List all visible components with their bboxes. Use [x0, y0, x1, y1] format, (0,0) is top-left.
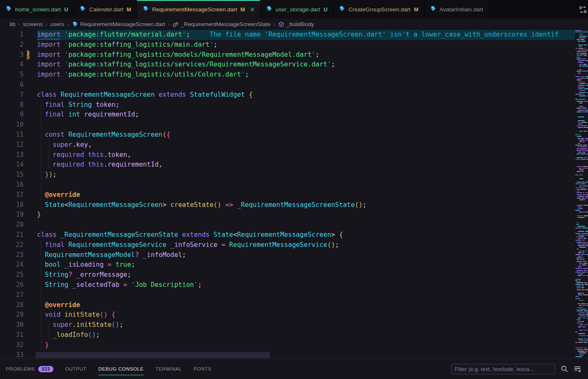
search-icon[interactable]	[561, 365, 568, 373]
gutter-line-number[interactable]: 15	[0, 170, 37, 180]
tab-label: RequirementMessageScreen.dart	[152, 6, 237, 13]
code-line[interactable]: 8 final String token;	[0, 100, 575, 110]
gutter-line-number[interactable]: 26	[0, 280, 37, 290]
gutter-line-number[interactable]: 33	[0, 350, 37, 359]
keybindings-icon[interactable]	[579, 5, 587, 16]
code-line[interactable]: 18 State<RequirementMessageScreen> creat…	[0, 200, 575, 210]
code-line[interactable]: 32 }	[0, 340, 575, 350]
close-icon[interactable]	[250, 7, 255, 12]
gutter-line-number[interactable]: 14	[0, 160, 37, 170]
code-line[interactable]: 22 final RequirementMessageService _info…	[0, 240, 575, 250]
editor-tab-home_screen-dart[interactable]: home_screen.dartU	[0, 0, 74, 19]
breadcrumb-item[interactable]: RequirementMessageScreen.dart	[72, 21, 165, 27]
editor-tab-avatarinitials-dart[interactable]: AvatarInitials.dart	[425, 0, 489, 19]
code-line[interactable]: 28 @override	[0, 300, 575, 310]
code-line[interactable]: 27	[0, 290, 575, 300]
code-line[interactable]: 10	[0, 120, 575, 130]
gutter-line-number[interactable]: 6	[0, 80, 37, 90]
gutter-line-number[interactable]: 17	[0, 190, 37, 200]
gutter-line-number[interactable]: 2	[0, 40, 37, 50]
gutter-line-number[interactable]: 9	[0, 110, 37, 120]
code-line[interactable]: 6	[0, 80, 575, 90]
gutter-line-number[interactable]: 20	[0, 220, 37, 230]
indent-guide	[41, 310, 41, 320]
minimap-error-highlight	[575, 31, 588, 33]
code-line[interactable]: 31 _loadInfo();	[0, 330, 575, 340]
debug-filter-input[interactable]	[451, 364, 555, 374]
code-line[interactable]: 16	[0, 180, 575, 190]
editor-tab-requirementmessagescreen-dart[interactable]: RequirementMessageScreen.dartM	[137, 0, 261, 19]
code-line[interactable]: 19}	[0, 210, 575, 220]
horizontal-scrollbar[interactable]	[36, 352, 270, 358]
code-line[interactable]: 26 String _selectedTab = 'Job Descriptio…	[0, 280, 575, 290]
code-line[interactable]: 17 @override	[0, 190, 575, 200]
panel-tab-output[interactable]: OUTPUT	[65, 359, 87, 379]
code-editor[interactable]: 1import 'package:flutter/material.dart';…	[0, 30, 588, 358]
code-line[interactable]: 11 const RequirementMessageScreen({	[0, 130, 575, 140]
gutter-line-number[interactable]: 23	[0, 250, 37, 260]
gutter-line-number[interactable]: 1	[0, 30, 37, 40]
gutter-line-number[interactable]: 10	[0, 120, 37, 130]
gutter-line-number[interactable]: 7	[0, 90, 37, 100]
code-line[interactable]: 5import 'package:staffing_logistics/util…	[0, 70, 575, 80]
panel-tab-ports[interactable]: PORTS	[194, 359, 211, 379]
panel-tab-terminal[interactable]: TERMINAL	[156, 359, 182, 379]
gutter-line-number[interactable]: 32	[0, 340, 37, 350]
gutter-line-number[interactable]: 4	[0, 60, 37, 70]
code-line[interactable]: 7class RequirementMessageScreen extends …	[0, 90, 575, 100]
code-line[interactable]: 23 RequirementMessageModel? _infoModel;	[0, 250, 575, 260]
gutter-line-number[interactable]: 24	[0, 260, 37, 270]
gutter-line-number[interactable]: 29	[0, 310, 37, 320]
editor-tab-creategroupscreen-dart[interactable]: CreateGroupScreen.dartM	[333, 0, 425, 19]
gutter-line-number[interactable]: 25	[0, 270, 37, 280]
gutter-line-number[interactable]: 3	[0, 50, 37, 60]
gutter-line-number[interactable]: 31	[0, 330, 37, 340]
editor-tab-calender-dart[interactable]: Calender.dartM	[74, 0, 137, 19]
code-line[interactable]: 24 bool _isLoading = true;	[0, 260, 575, 270]
code-line[interactable]: 9 final int requirementId;	[0, 110, 575, 120]
clear-console-icon[interactable]	[574, 365, 581, 373]
gutter-line-number[interactable]: 12	[0, 140, 37, 150]
gutter-line-number[interactable]: 27	[0, 290, 37, 300]
code-line[interactable]: 15 });	[0, 170, 575, 180]
gutter-line-number[interactable]: 19	[0, 210, 37, 220]
code-line[interactable]: 2import 'package:staffing_logistics/main…	[0, 40, 575, 50]
gutter-line-number[interactable]: 16	[0, 180, 37, 190]
panel-tab-label: TERMINAL	[156, 366, 182, 371]
breadcrumb-item[interactable]: lib	[10, 21, 16, 27]
gutter-line-number[interactable]: 21	[0, 230, 37, 240]
code-line[interactable]: 12 super.key,	[0, 140, 575, 150]
code-line[interactable]: 3import 'package:staffing_logistics/mode…	[0, 50, 575, 60]
panel-tab-problems[interactable]: PROBLEMS323	[6, 359, 53, 379]
gutter-line-number[interactable]: 28	[0, 300, 37, 310]
gutter-line-number[interactable]: 5	[0, 70, 37, 80]
gutter-line-number[interactable]: 30	[0, 320, 37, 330]
breadcrumb-label: users	[50, 21, 64, 27]
gutter-line-number[interactable]: 13	[0, 150, 37, 160]
code-line[interactable]: 30 super.initState();	[0, 320, 575, 330]
code-line[interactable]: 14 required this.requirementId,	[0, 160, 575, 170]
code-line[interactable]: 4import 'package:staffing_logistics/serv…	[0, 60, 575, 70]
indent-guide	[49, 330, 49, 340]
editor-tab-user_storage-dart[interactable]: user_storage.dartU	[261, 0, 333, 19]
breadcrumb-label: lib	[10, 21, 16, 27]
code-line[interactable]: 1import 'package:flutter/material.dart';…	[0, 30, 575, 40]
breadcrumb-item[interactable]: _RequirementMessageScreenState	[173, 21, 271, 27]
gutter-line-number[interactable]: 8	[0, 100, 37, 110]
code-line[interactable]: 25 String? _errorMessage;	[0, 270, 575, 280]
code-line[interactable]: 13 required this.token,	[0, 150, 575, 160]
gutter-line-number[interactable]: 22	[0, 240, 37, 250]
tab-label: Calender.dart	[89, 6, 123, 13]
panel-tab-debug-console[interactable]: DEBUG CONSOLE	[98, 359, 144, 379]
gutter-line-number[interactable]: 11	[0, 130, 37, 140]
code-line[interactable]: 20	[0, 220, 575, 230]
minimap[interactable]	[575, 30, 588, 358]
code-line[interactable]: 21class _RequirementMessageScreenState e…	[0, 230, 575, 240]
breadcrumb-label: _buildBody	[286, 21, 314, 27]
breadcrumb-item[interactable]: screens	[23, 21, 43, 27]
breadcrumb-item[interactable]: _buildBody	[278, 21, 314, 27]
gutter-line-number[interactable]: 18	[0, 200, 37, 210]
breadcrumb-item[interactable]: users	[50, 21, 64, 27]
code-area[interactable]: 1import 'package:flutter/material.dart';…	[0, 30, 575, 358]
code-line[interactable]: 29 void initState() {	[0, 310, 575, 320]
